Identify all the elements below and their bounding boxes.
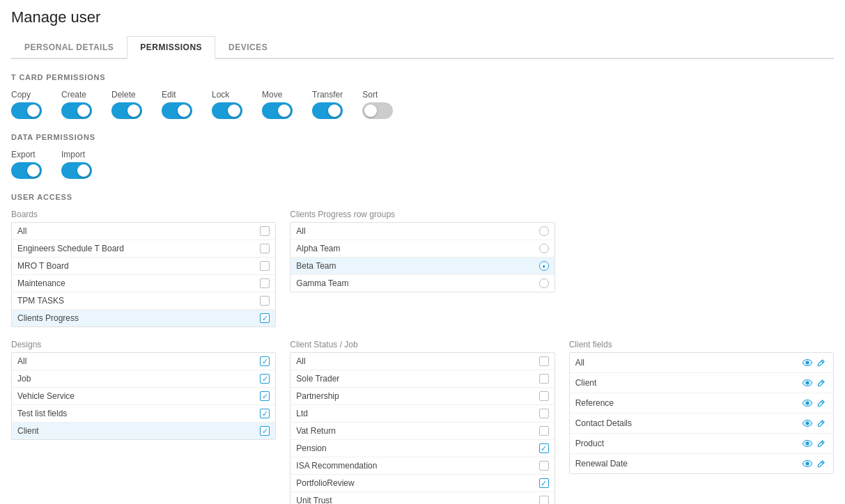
- edit-icon[interactable]: [815, 356, 828, 369]
- toggle-switch-export[interactable]: [11, 162, 42, 179]
- checkbox-icon[interactable]: [260, 296, 270, 306]
- svg-line-19: [821, 442, 823, 444]
- client-fields-list: AllClientReferenceContact DetailsProduct…: [569, 352, 834, 474]
- list-item[interactable]: Job✓: [12, 370, 275, 388]
- list-item[interactable]: All: [12, 223, 275, 240]
- list-item[interactable]: ISA Recommendation: [290, 457, 554, 475]
- tab-personal-details[interactable]: Personal Details: [11, 36, 127, 58]
- list-item[interactable]: Client✓: [12, 423, 275, 439]
- view-icon[interactable]: [801, 457, 814, 470]
- toggle-label-delete: Delete: [111, 90, 136, 100]
- edit-icon[interactable]: [815, 437, 828, 450]
- list-item[interactable]: Beta Team●: [290, 258, 554, 275]
- list-item[interactable]: All: [290, 223, 554, 240]
- toggle-switch-lock[interactable]: [212, 102, 242, 119]
- list-item[interactable]: PortfolioReview✓: [290, 475, 554, 492]
- checkbox-icon[interactable]: ✓: [260, 426, 270, 436]
- checkbox-icon[interactable]: ✓: [260, 356, 270, 366]
- client-fields-title: Client fields: [569, 340, 834, 349]
- list-item-label: All: [575, 358, 800, 368]
- toggle-item-copy: Copy: [11, 90, 42, 119]
- list-item[interactable]: Gamma Team: [290, 275, 554, 292]
- clients-progress-group: Clients Progress row groups AllAlpha Tea…: [290, 210, 555, 327]
- client-status-list: AllSole TraderPartnershipLtdVat ReturnPe…: [290, 352, 555, 504]
- list-item[interactable]: All✓: [12, 353, 275, 370]
- toggle-label-move: Move: [262, 90, 282, 100]
- view-icon[interactable]: [801, 437, 814, 450]
- checkbox-icon[interactable]: ✓: [260, 374, 270, 384]
- checkbox-icon[interactable]: [260, 261, 270, 271]
- list-item[interactable]: Ltd: [290, 405, 554, 423]
- edit-icon[interactable]: [815, 417, 828, 430]
- radio-icon[interactable]: [539, 244, 549, 253]
- list-item-label: Alpha Team: [296, 244, 538, 253]
- edit-icon[interactable]: [815, 397, 828, 409]
- list-item[interactable]: Pension✓: [290, 440, 554, 457]
- list-item[interactable]: Maintenance: [12, 275, 275, 292]
- checkbox-icon[interactable]: [539, 374, 549, 384]
- toggle-switch-transfer[interactable]: [312, 102, 343, 119]
- checkbox-icon[interactable]: [260, 226, 270, 236]
- list-item[interactable]: Vehicle Service✓: [12, 388, 275, 405]
- tab-devices[interactable]: Devices: [215, 36, 281, 58]
- list-item: Reference: [570, 393, 833, 414]
- checkbox-icon[interactable]: [539, 409, 549, 418]
- toggle-item-lock: Lock: [212, 90, 242, 119]
- radio-icon[interactable]: [539, 226, 549, 236]
- toggle-switch-move[interactable]: [262, 102, 293, 119]
- list-item[interactable]: Clients Progress✓: [12, 310, 275, 326]
- radio-icon[interactable]: [539, 278, 549, 288]
- checkbox-icon[interactable]: [539, 356, 549, 366]
- list-item[interactable]: Partnership: [290, 388, 554, 405]
- list-item-label: Pension: [296, 443, 538, 453]
- list-item[interactable]: MRO T Board: [12, 258, 275, 275]
- clients-progress-list: AllAlpha TeamBeta Team●Gamma Team: [290, 222, 555, 292]
- list-item[interactable]: Alpha Team: [290, 240, 554, 258]
- list-item[interactable]: TPM TASKS: [12, 292, 275, 310]
- list-item[interactable]: Sole Trader: [290, 370, 554, 388]
- list-item: Client: [570, 373, 833, 393]
- checkbox-icon[interactable]: [260, 244, 270, 253]
- list-item-label: Partnership: [296, 391, 538, 401]
- toggle-switch-delete[interactable]: [111, 102, 142, 119]
- list-item-label: Engineers Schedule T Board: [17, 244, 260, 253]
- list-item[interactable]: All: [290, 353, 554, 370]
- checkbox-icon[interactable]: ✓: [260, 313, 270, 323]
- toggle-switch-create[interactable]: [61, 102, 92, 119]
- radio-icon[interactable]: ●: [539, 261, 549, 271]
- checkbox-icon[interactable]: ✓: [539, 478, 549, 488]
- list-item-label: All: [17, 356, 260, 366]
- view-icon[interactable]: [801, 417, 814, 430]
- list-item[interactable]: Unit Trust: [290, 492, 554, 504]
- checkbox-icon[interactable]: [539, 496, 549, 504]
- checkbox-icon[interactable]: [539, 391, 549, 401]
- edit-icon[interactable]: [815, 457, 828, 470]
- tab-permissions[interactable]: Permissions: [127, 36, 215, 59]
- client-status-title: Client Status / Job: [290, 340, 555, 349]
- list-item[interactable]: Vat Return: [290, 423, 554, 440]
- checkbox-icon[interactable]: ✓: [539, 443, 549, 453]
- user-access-section: USER ACCESS Boards AllEngineers Schedule…: [11, 193, 834, 504]
- checkbox-icon[interactable]: [539, 426, 549, 436]
- toggle-switch-copy[interactable]: [11, 102, 42, 119]
- toggle-switch-import[interactable]: [61, 162, 92, 179]
- toggle-switch-edit[interactable]: [162, 102, 192, 119]
- view-icon[interactable]: [801, 397, 814, 409]
- list-item-label: Renewal Date: [575, 459, 800, 468]
- checkbox-icon[interactable]: ✓: [260, 409, 270, 418]
- view-icon[interactable]: [801, 377, 814, 389]
- view-icon[interactable]: [801, 356, 814, 369]
- page-title: Manage user: [11, 8, 834, 26]
- designs-list: All✓Job✓Vehicle Service✓Test list fields…: [11, 352, 276, 440]
- checkbox-icon[interactable]: ✓: [260, 391, 270, 401]
- svg-line-23: [821, 462, 823, 464]
- checkbox-icon[interactable]: [539, 461, 549, 471]
- edit-icon[interactable]: [815, 377, 828, 389]
- user-access-upper-grid: Boards AllEngineers Schedule T BoardMRO …: [11, 210, 834, 327]
- toggle-switch-sort[interactable]: [362, 102, 393, 119]
- boards-title: Boards: [11, 210, 276, 219]
- checkbox-icon[interactable]: [260, 278, 270, 288]
- list-item[interactable]: Engineers Schedule T Board: [12, 240, 275, 258]
- svg-line-11: [821, 402, 823, 404]
- list-item[interactable]: Test list fields✓: [12, 405, 275, 423]
